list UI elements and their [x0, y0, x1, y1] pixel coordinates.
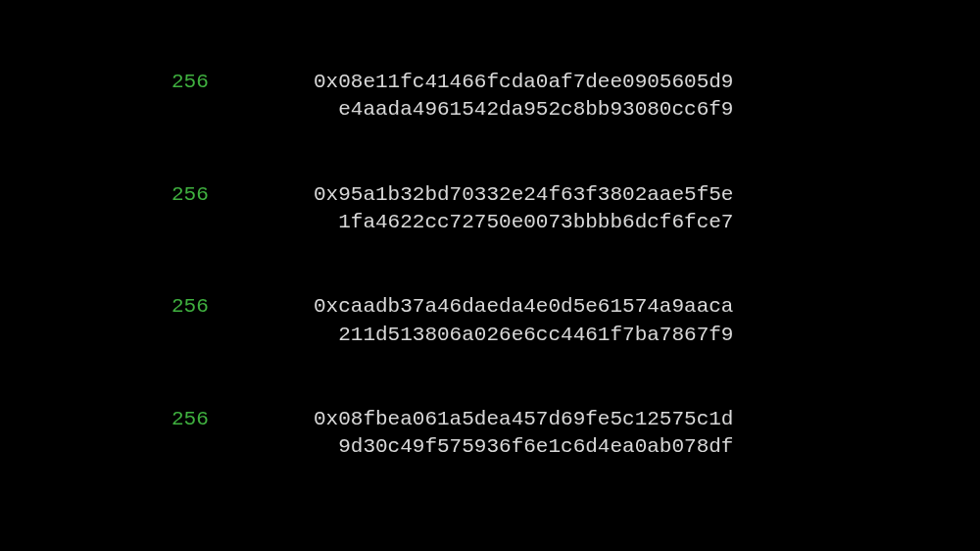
hash-value: 0x08fbea061a5dea457d69fe5c12575c1d 9d30c…	[314, 406, 733, 462]
bit-length: 256	[172, 293, 314, 320]
hash-entry: 256 0x08e11fc41466fcda0af7dee0905605d9 e…	[0, 69, 980, 125]
hash-entry: 256 0x08fbea061a5dea457d69fe5c12575c1d 9…	[0, 406, 980, 462]
hash-value: 0xcaadb37a46daeda4e0d5e61574a9aaca 211d5…	[314, 293, 733, 349]
hash-value: 0x08e11fc41466fcda0af7dee0905605d9 e4aad…	[314, 69, 733, 125]
bit-length: 256	[172, 69, 314, 95]
bit-length: 256	[172, 181, 314, 208]
bit-length: 256	[172, 406, 314, 432]
hash-entry: 256 0x95a1b32bd70332e24f63f3802aae5f5e 1…	[0, 181, 980, 237]
hash-value: 0x95a1b32bd70332e24f63f3802aae5f5e 1fa46…	[314, 181, 733, 237]
hash-entry: 256 0xcaadb37a46daeda4e0d5e61574a9aaca 2…	[0, 293, 980, 349]
